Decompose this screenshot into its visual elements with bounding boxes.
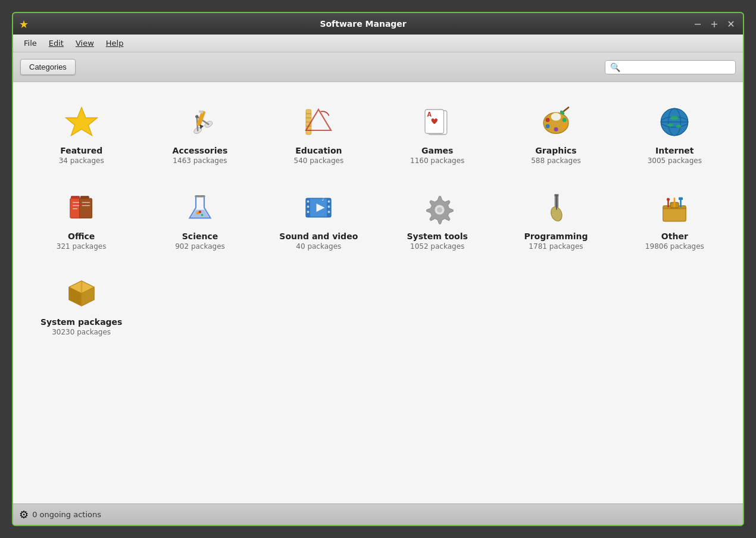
games-name: Games xyxy=(421,146,453,155)
svg-text:♪: ♪ xyxy=(322,196,326,202)
svg-point-21 xyxy=(545,118,549,122)
svg-line-26 xyxy=(563,108,568,112)
app-icon: ★ xyxy=(19,18,29,30)
system-packages-icon xyxy=(63,274,101,312)
games-icon: A xyxy=(418,103,457,141)
category-sound-video[interactable]: ♪ Sound and video 40 packages xyxy=(263,180,375,259)
system-tools-count: 1052 packages xyxy=(410,242,464,251)
internet-count: 3005 packages xyxy=(648,157,702,165)
office-count: 321 packages xyxy=(57,242,107,251)
category-programming[interactable]: Programming 1781 packages xyxy=(499,180,612,259)
svg-point-24 xyxy=(562,124,566,129)
education-icon xyxy=(299,103,338,141)
graphics-count: 588 packages xyxy=(531,157,581,165)
svg-point-25 xyxy=(554,127,558,132)
menu-edit[interactable]: Edit xyxy=(43,36,70,50)
svg-text:A: A xyxy=(427,111,432,118)
category-games[interactable]: A Games 1160 packages xyxy=(381,94,493,174)
svg-point-48 xyxy=(199,211,201,213)
office-name: Office xyxy=(68,232,95,241)
toolbar: Categories 🔍 xyxy=(13,52,743,82)
category-internet[interactable]: Internet 3005 packages xyxy=(618,94,731,174)
status-text: 0 ongoing actions xyxy=(32,510,101,519)
close-button[interactable]: ✕ xyxy=(725,18,737,30)
search-icon: 🔍 xyxy=(610,62,620,72)
programming-count: 1781 packages xyxy=(529,242,583,251)
education-name: Education xyxy=(295,146,342,155)
science-name: Science xyxy=(182,232,218,241)
svg-point-32 xyxy=(670,116,679,120)
featured-icon xyxy=(63,103,101,141)
window-title: Software Manager xyxy=(35,19,692,29)
svg-rect-74 xyxy=(679,198,683,200)
category-featured[interactable]: Featured 34 packages xyxy=(25,94,138,174)
svg-point-34 xyxy=(676,124,682,127)
system-tools-icon xyxy=(418,189,457,227)
internet-name: Internet xyxy=(655,146,693,155)
category-graphics[interactable]: Graphics 588 packages xyxy=(499,94,612,174)
svg-point-23 xyxy=(545,124,549,129)
svg-point-47 xyxy=(201,214,204,217)
other-name: Other xyxy=(661,232,688,241)
menu-file[interactable]: File xyxy=(18,36,43,50)
categories-button[interactable]: Categories xyxy=(20,59,76,75)
titlebar: ★ Software Manager − + ✕ xyxy=(13,13,743,35)
main-content: Featured 34 packages xyxy=(13,82,743,503)
categories-grid: Featured 34 packages xyxy=(25,94,731,345)
sound-video-icon: ♪ xyxy=(299,189,338,227)
search-container: 🔍 xyxy=(605,60,736,74)
internet-icon xyxy=(655,103,693,141)
svg-rect-49 xyxy=(195,195,205,198)
graphics-name: Graphics xyxy=(535,146,576,155)
other-count: 19806 packages xyxy=(645,242,704,251)
status-icon: ⚙ xyxy=(19,508,29,521)
svg-rect-8 xyxy=(199,110,204,114)
category-science[interactable]: Science 902 packages xyxy=(143,180,256,259)
menu-help[interactable]: Help xyxy=(100,36,130,50)
category-system-tools[interactable]: System tools 1052 packages xyxy=(381,180,493,259)
main-window: ★ Software Manager − + ✕ File Edit View … xyxy=(12,12,744,526)
category-system-packages[interactable]: System packages 30230 packages xyxy=(25,265,138,345)
statusbar: ⚙ 0 ongoing actions xyxy=(13,503,743,525)
svg-rect-56 xyxy=(328,201,330,203)
svg-point-71 xyxy=(667,198,670,201)
svg-rect-53 xyxy=(307,201,310,203)
window-controls: − + ✕ xyxy=(692,18,737,30)
category-accessories[interactable]: Accessories 1463 packages xyxy=(143,94,256,174)
sound-video-name: Sound and video xyxy=(279,232,358,241)
svg-rect-58 xyxy=(328,211,330,213)
accessories-count: 1463 packages xyxy=(173,157,227,165)
other-icon xyxy=(655,189,693,227)
system-packages-name: System packages xyxy=(40,317,123,327)
office-icon xyxy=(63,189,101,227)
accessories-icon xyxy=(181,103,219,141)
svg-rect-43 xyxy=(79,198,92,218)
svg-rect-57 xyxy=(328,206,330,208)
svg-rect-55 xyxy=(307,211,310,213)
svg-rect-36 xyxy=(71,196,79,199)
science-count: 902 packages xyxy=(175,242,225,251)
programming-name: Programming xyxy=(524,232,588,241)
category-education[interactable]: Education 540 packages xyxy=(263,94,375,174)
category-office[interactable]: Office 321 packages xyxy=(25,180,138,259)
accessories-name: Accessories xyxy=(173,146,228,155)
svg-point-20 xyxy=(551,112,561,121)
menu-view[interactable]: View xyxy=(70,36,100,50)
menubar: File Edit View Help xyxy=(13,35,743,52)
category-other[interactable]: Other 19806 packages xyxy=(618,180,731,259)
svg-point-22 xyxy=(562,118,566,122)
system-tools-name: System tools xyxy=(407,232,468,241)
maximize-button[interactable]: + xyxy=(708,18,720,30)
system-packages-count: 30230 packages xyxy=(52,328,111,336)
svg-rect-54 xyxy=(307,206,310,208)
sound-video-count: 40 packages xyxy=(296,242,341,251)
search-input[interactable] xyxy=(623,62,730,71)
science-icon xyxy=(181,189,219,227)
education-count: 540 packages xyxy=(294,157,344,165)
minimize-button[interactable]: − xyxy=(692,18,704,30)
svg-marker-0 xyxy=(65,108,97,136)
svg-rect-42 xyxy=(80,196,89,199)
programming-icon xyxy=(537,189,575,227)
featured-count: 34 packages xyxy=(59,157,104,165)
games-count: 1160 packages xyxy=(410,157,464,165)
